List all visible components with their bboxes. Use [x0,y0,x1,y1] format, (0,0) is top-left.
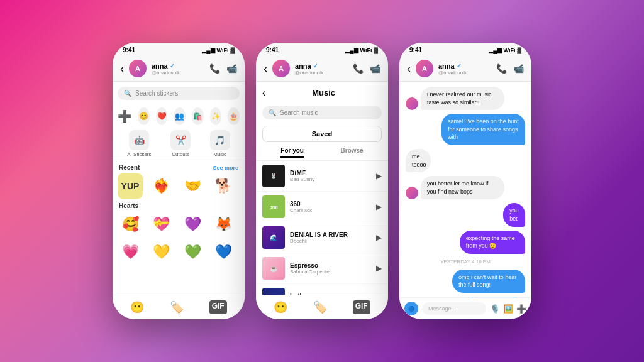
sticker-h4[interactable]: 🦊 [211,212,236,237]
sticker-h1[interactable]: 🥰 [118,212,143,237]
cake-action[interactable]: 🎂 [228,107,240,125]
msg-row: me toooo [406,149,442,172]
group-action[interactable]: 👥 [174,107,186,125]
video-icon-2[interactable]: 📹 [370,63,380,74]
hearts-stickers-grid: 🥰 💝 💜 🦊 💗 💛 💚 💙 [113,212,245,265]
time-2: 9:41 [266,47,279,53]
chat-header-3: ‹ A anna ✓ @nnadonnik 📞 📹 [399,56,531,82]
header-username-2: @nnadonnik [295,70,348,75]
ai-label: AI Stickers [127,151,151,157]
sticker-h6[interactable]: 💛 [149,239,174,265]
chat-input-bar: 🔵 Message... 🎙️ 🖼️ ➕ [399,297,531,319]
header-info-2: anna ✓ @nnadonnik [295,62,348,75]
call-icon-1[interactable]: 📞 [209,63,220,74]
recent-section-header: Recent See more [113,160,245,173]
msg-bubble: you bet [503,203,525,226]
add-icon-chat[interactable]: ➕ [516,304,526,314]
time-3: 9:41 [409,47,422,53]
call-icon-3[interactable]: 📞 [496,63,507,74]
list-item[interactable]: ☕ Espresso Sabrina Carpenter ▶ [256,253,388,284]
face-bottom-icon-2[interactable]: 😶 [274,300,287,314]
thumb-360: brat [262,195,285,218]
sticker-actions-row: ➕ 😊 ❤️ 👥 🛍️ ✨ 🎂 [113,105,245,128]
list-item[interactable]: brat 360 Charli xcx ▶ [256,192,388,222]
received-avatar-2 [406,187,418,199]
call-icon-2[interactable]: 📞 [353,63,364,74]
sticker-yup[interactable]: YUP [118,173,143,199]
thumb-denial: 🌊 [262,226,285,249]
category-ai[interactable]: 🤖 AI Stickers [127,130,151,157]
msg-row: same!! i've been on the hunt for someone… [406,114,525,145]
sticker-h8[interactable]: 💙 [211,239,236,265]
header-name-2: anna ✓ [295,62,348,70]
msg-row: omg i can't wait to hear the full song! [421,270,525,293]
video-icon-1[interactable]: 📹 [226,63,237,74]
status-icons-2: ▂▄▆ WiFi ▓ [345,47,378,53]
status-icons-1: ▂▄▆ WiFi ▓ [202,47,235,53]
sticker-h2[interactable]: 💝 [149,212,174,237]
sticker-search[interactable]: 🔍 Search stickers [118,87,240,100]
see-more-button[interactable]: See more [213,165,238,171]
video-icon-3[interactable]: 📹 [513,63,524,74]
shop-action[interactable]: 🛍️ [192,107,204,125]
cutouts-icon: ✂️ [170,130,191,150]
header-name-3: anna ✓ [438,62,491,70]
gif-bottom-icon-2[interactable]: GIF [353,300,370,314]
list-item[interactable]: 🌊 DENIAL IS A RIVER Doechii ▶ [256,222,388,253]
music-search-placeholder: Search music [280,109,318,116]
tab-browse[interactable]: Browse [341,147,364,158]
face-bottom-icon[interactable]: 😶 [130,300,144,314]
avatar-2: A [272,60,290,77]
sticker-h5[interactable]: 💗 [118,239,143,265]
tab-for-you[interactable]: For you [280,147,304,158]
search-icon-sticker: 🔍 [124,90,131,97]
sparkle-action[interactable]: ✨ [210,107,222,125]
status-icons-3: ▂▄▆ WiFi ▓ [489,47,521,53]
sticker-bottom-icon[interactable]: 🏷️ [170,300,184,314]
sticker-h7[interactable]: 💚 [180,239,205,265]
music-search[interactable]: 🔍 Search music [262,106,382,119]
sticker-h3[interactable]: 💜 [180,212,205,237]
thumb-dtmf: 🐰 [262,165,285,187]
song-dtmf: DtMF [290,170,371,177]
status-bar-1: 9:41 ▂▄▆ WiFi ▓ [113,43,245,56]
add-icon[interactable]: ➕ [118,109,131,123]
header-actions-3: 📞 📹 [496,63,524,74]
sticker-hands[interactable]: 🤝 [180,173,205,199]
sticker-dog[interactable]: 🐕 [211,173,236,199]
image-icon[interactable]: 🖼️ [503,304,513,314]
mic-icon[interactable]: 🎙️ [490,304,500,314]
heart-action[interactable]: ❤️ [156,107,168,125]
sticker-bottom-icon-2[interactable]: 🏷️ [313,300,327,314]
play-denial[interactable]: ▶ [376,233,382,242]
sticker-heart1[interactable]: ❤️‍🔥 [149,173,174,199]
play-espresso[interactable]: ▶ [376,264,382,273]
sticker-bottom-bar: 😶 🏷️ GIF [113,295,245,319]
back-button-1[interactable]: ‹ [120,62,124,75]
header-actions-1: 📞 📹 [209,63,237,74]
emoji-action[interactable]: 😊 [138,107,150,125]
artist-360: Charli xcx [290,207,371,213]
list-item[interactable]: 🐰 DtMF Bad Bunny ▶ [256,161,388,192]
category-music[interactable]: 🎵 Music [210,130,230,157]
info-espresso: Espresso Sabrina Carpenter [290,262,371,275]
thumb-luther: 🎤 [262,288,285,295]
chat-header-1: ‹ A anna ✓ @nnadonnik 📞 📹 [113,56,245,82]
chat-header-2: ‹ A anna ✓ @nnadonnik 📞 📹 [256,56,388,82]
category-cutouts[interactable]: ✂️ Cutouts [170,130,191,157]
music-cat-icon: 🎵 [210,130,230,150]
message-input[interactable]: Message... [422,302,486,315]
recent-label: Recent [119,164,140,171]
back-button-3[interactable]: ‹ [407,62,411,75]
gif-bottom-icon[interactable]: GIF [209,300,227,314]
back-button-2[interactable]: ‹ [264,62,267,75]
msg-bubble: me toooo [406,149,431,172]
play-dtmf[interactable]: ▶ [376,172,382,180]
music-list: 🐰 DtMF Bad Bunny ▶ brat 360 Charli xcx ▶… [256,161,388,295]
avatar-3: A [416,60,433,77]
saved-button[interactable]: Saved [262,126,382,142]
phone-stickers: 9:41 ▂▄▆ WiFi ▓ ‹ A anna ✓ @nnadonnik 📞 … [113,43,245,319]
list-item[interactable]: 🎤 Luther Kendrick Lamar, SZA ▶ [256,284,388,295]
play-360[interactable]: ▶ [376,202,382,211]
header-username-1: @nnadonnik [152,70,204,75]
